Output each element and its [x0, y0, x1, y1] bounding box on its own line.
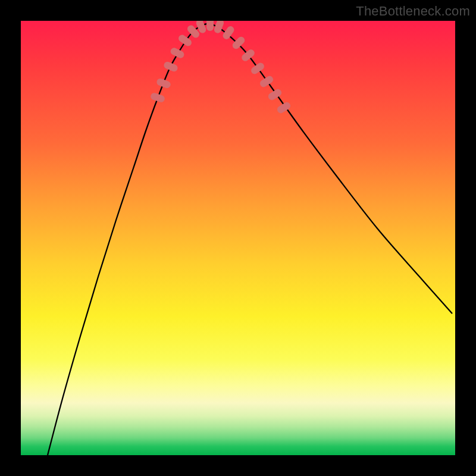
curve-marker	[163, 61, 179, 73]
watermark-text: TheBottleneck.com	[356, 4, 470, 19]
curve-marker	[156, 77, 172, 89]
bottleneck-curve	[48, 24, 452, 455]
curve-marker	[150, 92, 166, 104]
plot-area	[21, 21, 455, 455]
chart-svg	[21, 21, 455, 455]
curve-marker	[231, 35, 246, 50]
curve-marker	[170, 46, 186, 59]
curve-marker	[250, 61, 266, 76]
curve-marker	[206, 21, 214, 31]
curve-marker	[221, 25, 236, 41]
marker-layer	[150, 21, 292, 114]
curve-marker	[213, 21, 224, 34]
curve-marker	[259, 74, 275, 88]
outer-frame: TheBottleneck.com	[0, 0, 476, 476]
curve-marker	[240, 48, 256, 62]
curve-marker	[177, 33, 193, 48]
